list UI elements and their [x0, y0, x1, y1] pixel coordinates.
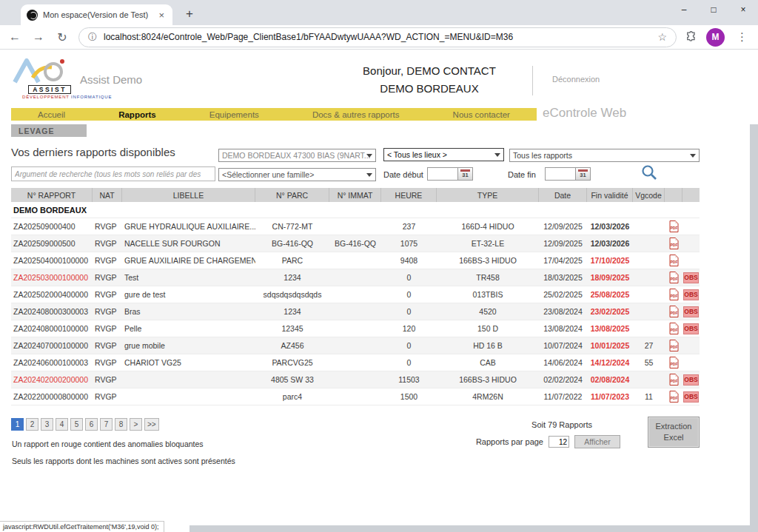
cell-type: 166BS-3 HIDUO: [437, 252, 539, 269]
logout-link[interactable]: Déconnexion: [552, 75, 600, 84]
table-row[interactable]: ZA202509000400RVGPGRUE HYDRAULIQUE AUXIL…: [11, 218, 700, 235]
cell-date: 12/09/2025: [539, 218, 587, 235]
page-button-2[interactable]: 2: [26, 418, 38, 431]
pdf-icon[interactable]: PDF: [669, 374, 679, 385]
pdf-icon[interactable]: PDF: [669, 357, 679, 368]
page-button-6[interactable]: 6: [85, 418, 98, 431]
pdf-icon[interactable]: PDF: [669, 306, 679, 317]
table-row[interactable]: ZA202509000500RVGPNACELLE SUR FOURGONBG-…: [11, 235, 700, 252]
cell-nat: RVGP: [93, 286, 122, 303]
cell-pdf: PDF: [665, 269, 682, 286]
pdf-icon[interactable]: PDF: [669, 391, 679, 403]
cell-date: 12/09/2025: [539, 235, 587, 252]
column-header-nat: NAT: [93, 188, 122, 202]
column-header-n-rapport: N° RAPPORT: [11, 188, 93, 202]
pdf-icon[interactable]: PDF: [669, 238, 679, 249]
tab-close-icon[interactable]: ×: [156, 10, 167, 21]
cell-pdf: PDF: [665, 286, 682, 303]
page-button-4[interactable]: 4: [56, 418, 68, 431]
nav-item-accueil[interactable]: Accueil: [33, 110, 70, 119]
nav-item-nous-contacter[interactable]: Nous contacter: [449, 110, 514, 119]
page-button-7[interactable]: 7: [100, 418, 113, 431]
page-button-8[interactable]: 8: [115, 418, 127, 431]
table-row[interactable]: ZA202503000100000RVGPTest12340TR45818/03…: [11, 269, 700, 286]
date-fin-calendar-button[interactable]: 31: [576, 167, 591, 181]
pdf-icon[interactable]: PDF: [669, 220, 679, 232]
lieux-select[interactable]: < Tous les lieux >: [383, 148, 504, 161]
browser-menu-icon[interactable]: ⋮: [734, 30, 751, 44]
rapports-select[interactable]: Tous les rapports: [509, 149, 700, 162]
table-row[interactable]: ZA202504000100000RVGPGRUE AUXILIAIRE DE …: [11, 252, 700, 269]
cell-heure: 237: [381, 218, 437, 235]
pdf-icon[interactable]: PDF: [669, 323, 679, 334]
assist-logo: ASSIST DÉVELOPPEMENT INFORMATIQUE: [10, 57, 78, 99]
page-next-button[interactable]: >: [130, 418, 142, 431]
table-row[interactable]: ZA202406000100003RVGPCHARIOT VG25PARCVG2…: [11, 354, 700, 371]
table-row[interactable]: ZA202408000100000RVGPPelle12345120150 D1…: [11, 320, 700, 337]
per-page-input[interactable]: [549, 436, 569, 448]
note-red-reports: Un rapport en rouge contient des anomali…: [12, 440, 204, 448]
cell-libelle: [122, 371, 255, 388]
site-info-icon[interactable]: ⓘ: [88, 31, 97, 44]
client-select[interactable]: DEMO BORDEAUX 47300 BIAS (9NART...: [218, 149, 376, 162]
cell-nat: RVGP: [93, 235, 122, 252]
famille-select[interactable]: <Sélectionner une famille>: [218, 168, 376, 181]
nav-item-equipements[interactable]: Equipements: [205, 110, 264, 119]
cell-obs: OBS: [682, 320, 700, 337]
url-bar[interactable]: ⓘ localhost:8024/eControle_Web/Page_Clie…: [78, 27, 677, 47]
pdf-icon[interactable]: PDF: [669, 272, 679, 283]
afficher-button[interactable]: Afficher: [574, 435, 620, 448]
table-row[interactable]: ZA202502000400000RVGPgure de testsdqsdqs…: [11, 286, 700, 303]
table-row[interactable]: ZA202402000200000RVGP4805 SW 3311503166B…: [11, 371, 700, 388]
cell-heure: 0: [381, 286, 437, 303]
forward-button[interactable]: →: [31, 30, 46, 44]
table-row[interactable]: ZA202200000800000RVGPparc415004RM26N11/0…: [11, 388, 700, 405]
nav-item-docs-autres-rapports[interactable]: Docs & autres rapports: [308, 110, 404, 119]
reload-button[interactable]: ↻: [55, 30, 70, 44]
extraction-excel-button[interactable]: Extraction Excel: [648, 417, 700, 448]
cell-parc: AZ456: [255, 337, 329, 354]
column-header-fin-validit: Fin validité: [587, 188, 633, 202]
cell-pdf: PDF: [665, 320, 682, 337]
cell-heure: 9408: [381, 252, 437, 269]
browser-tab[interactable]: Mon espace(Version de Test) ×: [21, 4, 172, 25]
cell-date: 23/08/2024: [539, 303, 587, 320]
extensions-icon[interactable]: [685, 31, 697, 43]
cell-pdf: PDF: [665, 235, 682, 252]
pdf-icon[interactable]: PDF: [669, 289, 679, 300]
window-minimize-button[interactable]: –: [669, 0, 699, 19]
nav-item-rapports[interactable]: Rapports: [114, 110, 160, 119]
vertical-scrollbar[interactable]: [750, 124, 758, 532]
window-close-button[interactable]: ×: [728, 0, 758, 19]
window-maximize-button[interactable]: □: [699, 0, 728, 19]
bookmark-star-icon[interactable]: ☆: [657, 31, 667, 43]
pdf-icon[interactable]: PDF: [669, 255, 679, 266]
date-debut-calendar-button[interactable]: 31: [458, 167, 473, 181]
svg-text:PDF: PDF: [670, 260, 677, 264]
date-debut-input[interactable]: [427, 167, 458, 181]
cell-date: 02/02/2024: [539, 371, 587, 388]
cell-rapport: ZA202509000500: [11, 235, 93, 252]
search-input[interactable]: [11, 166, 215, 181]
table-row[interactable]: ZA202408000300003RVGPBras12340452023/08/…: [11, 303, 700, 320]
profile-avatar[interactable]: M: [706, 28, 725, 47]
horizontal-scrollbar[interactable]: [190, 525, 758, 532]
pdf-icon[interactable]: PDF: [669, 340, 679, 351]
main-nav: AccueilRapportsEquipementsDocs & autres …: [11, 108, 537, 121]
page-last-button[interactable]: >>: [144, 418, 159, 431]
logo-assist-text: ASSIST: [28, 85, 71, 94]
cell-libelle: gure de test: [122, 286, 255, 303]
tab-levage[interactable]: LEVAGE: [11, 124, 87, 137]
table-row[interactable]: ZA202407000100000RVGPgrue mobileAZ4560HD…: [11, 337, 700, 354]
cell-rapport: ZA202407000100000: [11, 337, 93, 354]
page-button-5[interactable]: 5: [70, 418, 83, 431]
page-button-3[interactable]: 3: [41, 418, 53, 431]
tab-title: Mon espace(Version de Test): [43, 10, 151, 19]
search-button[interactable]: [640, 163, 659, 182]
back-button[interactable]: ←: [7, 30, 22, 44]
page-button-1[interactable]: 1: [11, 418, 24, 431]
cell-immat: [329, 269, 381, 286]
date-fin-label: Date fin: [508, 170, 536, 179]
date-fin-input[interactable]: [545, 167, 576, 181]
new-tab-button[interactable]: +: [180, 4, 199, 24]
